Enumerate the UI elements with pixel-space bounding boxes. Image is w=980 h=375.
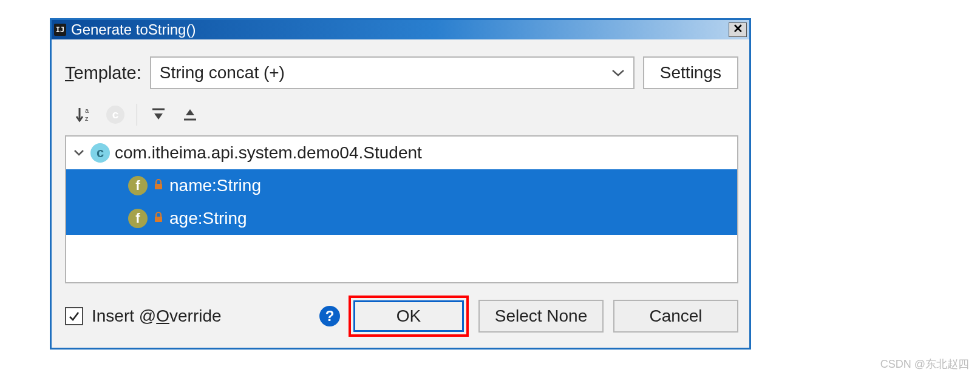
select-none-label: Select None [495, 306, 588, 326]
cancel-label: Cancel [649, 306, 702, 326]
template-selected-value: String concat (+) [160, 63, 285, 83]
titlebar: IJ Generate toString() ✕ [52, 20, 749, 39]
help-button[interactable]: ? [319, 306, 340, 326]
svg-rect-7 [155, 184, 162, 189]
field-icon: f [128, 209, 148, 228]
svg-text:z: z [85, 115, 89, 122]
class-filter-icon: c [106, 106, 124, 124]
override-label-accel: O [156, 306, 169, 325]
chevron-down-icon [611, 69, 625, 77]
settings-button[interactable]: Settings [643, 56, 738, 89]
template-label: Template: [65, 63, 141, 83]
expand-all-button[interactable] [145, 102, 172, 127]
field-icon: f [128, 176, 148, 195]
insert-override-checkbox[interactable]: Insert @Override [65, 306, 222, 326]
watermark: CSDN @东北赵四 [880, 357, 969, 371]
tree-empty-area[interactable] [66, 235, 737, 282]
checkbox-label: Insert @Override [92, 306, 222, 326]
override-label-post: verride [169, 306, 222, 325]
bottom-row: Insert @Override ? OK Select None Cancel [65, 296, 738, 337]
template-label-rest: emplate: [74, 63, 141, 83]
cancel-button[interactable]: Cancel [613, 300, 738, 333]
svg-marker-5 [186, 109, 194, 115]
ok-highlight-annotation: OK [349, 296, 469, 337]
close-button[interactable]: ✕ [729, 22, 747, 37]
class-icon: c [90, 143, 110, 163]
tree-field-row[interactable]: f name:String [66, 169, 737, 202]
sort-alpha-button[interactable]: a z [70, 102, 98, 127]
tree-field-label: age:String [169, 209, 247, 228]
template-combobox[interactable]: String concat (+) [150, 56, 635, 89]
members-tree[interactable]: c com.itheima.api.system.demo04.Student … [65, 135, 738, 283]
chevron-down-icon[interactable] [72, 149, 86, 157]
tree-class-name: com.itheima.api.system.demo04.Student [115, 143, 422, 163]
dialog-title: Generate toString() [71, 21, 729, 38]
toolbar-separator [137, 104, 137, 126]
svg-marker-4 [154, 113, 163, 120]
tree-field-row[interactable]: f age:String [66, 202, 737, 235]
close-icon: ✕ [733, 22, 743, 35]
ok-button-label: OK [396, 306, 421, 326]
collapse-all-button[interactable] [176, 102, 204, 127]
help-icon: ? [325, 308, 335, 324]
override-label-pre: Insert @ [92, 306, 156, 325]
toolbar: a z c [65, 100, 738, 129]
tree-class-row[interactable]: c com.itheima.api.system.demo04.Student [66, 137, 737, 169]
checkbox-box [65, 307, 83, 325]
svg-text:a: a [85, 107, 89, 114]
template-row: Template: String concat (+) Settings [65, 56, 738, 89]
generate-tostring-dialog: IJ Generate toString() ✕ Template: Strin… [50, 18, 751, 350]
filter-class-button: c [101, 102, 129, 127]
template-label-accel: T [65, 63, 74, 83]
lock-icon [152, 211, 165, 226]
tree-field-label: name:String [169, 176, 261, 195]
ok-button[interactable]: OK [353, 300, 464, 332]
lock-icon [152, 178, 165, 194]
select-none-button[interactable]: Select None [478, 300, 604, 333]
svg-rect-8 [155, 217, 162, 222]
intellij-icon: IJ [54, 24, 66, 36]
settings-button-label: Settings [660, 63, 721, 83]
